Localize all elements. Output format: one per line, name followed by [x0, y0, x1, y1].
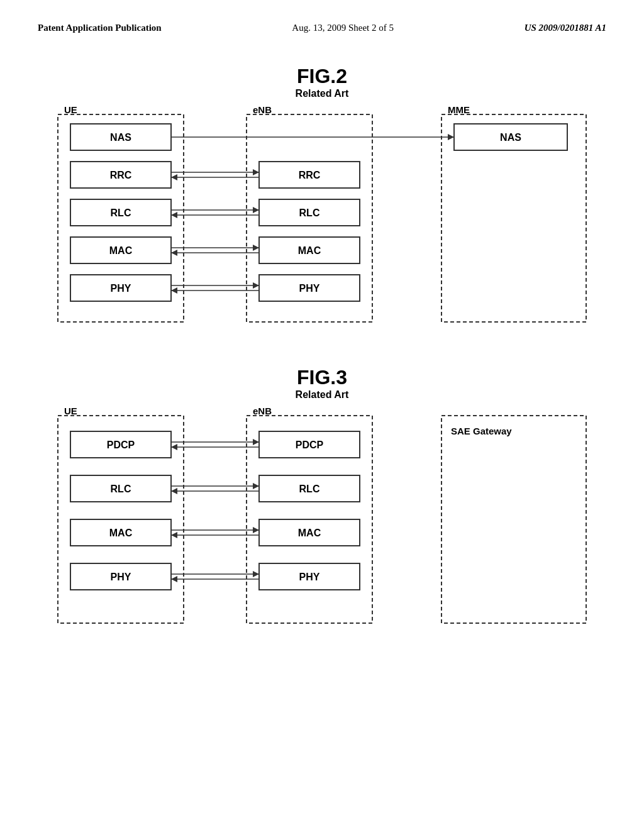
page-header: Patent Application Publication Aug. 13, …	[0, 0, 644, 46]
svg-text:PHY: PHY	[299, 572, 320, 582]
svg-marker-73	[171, 488, 177, 494]
svg-marker-79	[253, 571, 259, 577]
svg-text:RLC: RLC	[111, 208, 131, 218]
svg-marker-29	[253, 169, 259, 175]
svg-marker-75	[253, 527, 259, 533]
header-left: Patent Application Publication	[38, 23, 162, 33]
svg-marker-35	[171, 212, 177, 218]
svg-rect-64	[441, 416, 586, 623]
svg-text:UE: UE	[64, 406, 77, 416]
fig2-diagram: UE NAS RRC RLC MAC PHY eNB RRC RLC MAC P…	[39, 102, 605, 335]
svg-text:MME: MME	[448, 104, 470, 115]
svg-text:PHY: PHY	[299, 283, 320, 294]
svg-text:MAC: MAC	[109, 245, 133, 256]
fig3-section: FIG.3 Related Art UE PDCP RLC MAC PHY eN…	[0, 366, 644, 636]
svg-marker-27	[448, 134, 454, 140]
fig2-title: FIG.2 Related Art	[25, 65, 619, 99]
svg-marker-41	[253, 282, 259, 289]
svg-text:SAE Gateway: SAE Gateway	[451, 426, 512, 436]
svg-text:RRC: RRC	[299, 170, 321, 180]
svg-text:PHY: PHY	[111, 283, 131, 294]
fig2-number: FIG.2	[25, 65, 619, 88]
svg-marker-81	[171, 576, 177, 582]
svg-text:UE: UE	[64, 104, 77, 115]
svg-text:RRC: RRC	[110, 170, 132, 180]
svg-text:RLC: RLC	[299, 208, 320, 218]
svg-text:MAC: MAC	[109, 528, 133, 538]
svg-text:eNB: eNB	[253, 406, 272, 416]
fig3-diagram: UE PDCP RLC MAC PHY eNB PDCP RLC MAC PHY…	[39, 403, 605, 636]
svg-marker-39	[171, 250, 177, 256]
svg-marker-71	[253, 483, 259, 489]
fig3-title: FIG.3 Related Art	[25, 366, 619, 401]
svg-marker-77	[171, 532, 177, 538]
svg-text:PHY: PHY	[111, 572, 131, 582]
svg-text:NAS: NAS	[110, 132, 131, 143]
header-center: Aug. 13, 2009 Sheet 2 of 5	[292, 23, 394, 33]
svg-text:PDCP: PDCP	[296, 440, 324, 450]
svg-text:MAC: MAC	[298, 245, 321, 256]
fig2-subtitle: Related Art	[25, 88, 619, 99]
svg-text:MAC: MAC	[298, 528, 321, 538]
fig3-subtitle: Related Art	[25, 389, 619, 401]
svg-marker-33	[253, 207, 259, 213]
fig2-section: FIG.2 Related Art UE NAS RRC RLC MAC PHY…	[0, 65, 644, 335]
svg-text:eNB: eNB	[253, 104, 272, 115]
svg-marker-67	[253, 439, 259, 445]
svg-text:NAS: NAS	[500, 132, 521, 143]
svg-marker-37	[253, 245, 259, 251]
svg-marker-69	[171, 444, 177, 450]
svg-marker-31	[171, 174, 177, 180]
svg-text:RLC: RLC	[111, 484, 131, 494]
fig3-number: FIG.3	[25, 366, 619, 389]
svg-text:PDCP: PDCP	[107, 440, 135, 450]
header-right: US 2009/0201881 A1	[525, 23, 606, 33]
svg-marker-43	[171, 287, 177, 294]
svg-text:RLC: RLC	[299, 484, 320, 494]
